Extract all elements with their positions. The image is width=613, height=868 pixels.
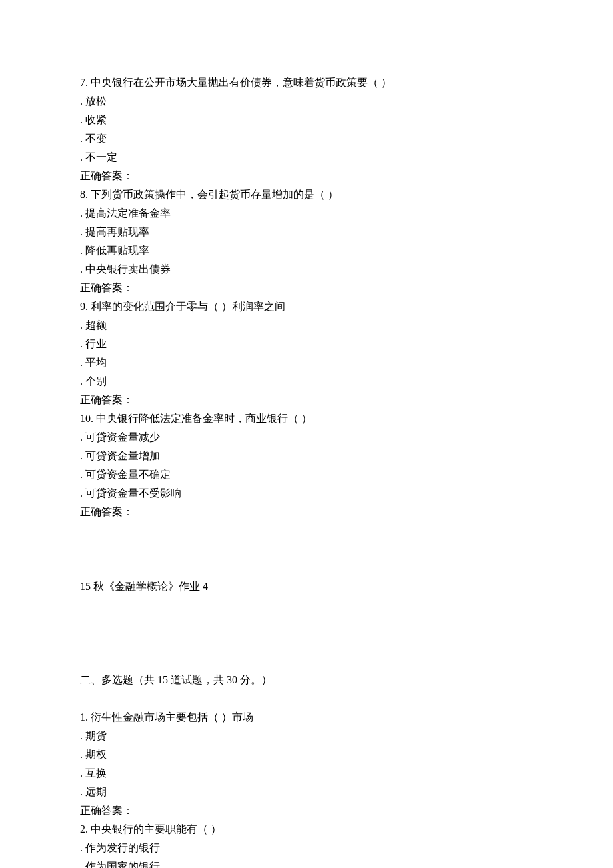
question-option: . 放松 — [80, 92, 533, 111]
answer-label: 正确答案： — [80, 279, 533, 297]
question-option: . 行业 — [80, 335, 533, 353]
question-option: . 提高法定准备金率 — [80, 204, 533, 223]
option-text: 个别 — [85, 375, 107, 387]
option-text: 期货 — [85, 730, 107, 741]
option-text: 提高再贴现率 — [85, 226, 149, 237]
question-number: 1. — [80, 711, 88, 723]
question-block-p2-1: 1. 衍生性金融市场主要包括（ ）市场 . 期货 . 期权 . 互换 . 远期 … — [80, 708, 533, 820]
option-text: 降低再贴现率 — [85, 245, 149, 256]
question-option: . 可贷资金量不确定 — [80, 465, 533, 484]
question-number: 2. — [80, 823, 88, 835]
answer-label: 正确答案： — [80, 503, 533, 521]
option-text: 提高法定准备金率 — [85, 207, 171, 219]
question-stem: 9. 利率的变化范围介于零与（ ）利润率之间 — [80, 297, 533, 316]
question-number: 8. — [80, 189, 88, 200]
question-stem: 2. 中央银行的主要职能有（ ） — [80, 820, 533, 839]
option-text: 可贷资金量不受影响 — [85, 487, 181, 499]
question-stem: 7. 中央银行在公开市场大量抛出有价债券，意味着货币政策要（ ） — [80, 73, 533, 92]
option-text: 可贷资金量不确定 — [85, 469, 171, 480]
option-text: 期权 — [85, 749, 107, 760]
spacing — [80, 521, 533, 577]
option-text: 不变 — [85, 133, 107, 144]
question-block-p2-2: 2. 中央银行的主要职能有（ ） . 作为发行的银行 . 作为国家的银行 . 作… — [80, 820, 533, 868]
question-option: . 作为国家的银行 — [80, 857, 533, 868]
question-option: . 中央银行卖出债券 — [80, 260, 533, 279]
option-text: 不一定 — [85, 151, 117, 163]
option-text: 互换 — [85, 767, 107, 779]
question-number: 9. — [80, 301, 88, 312]
spacing — [80, 596, 533, 671]
answer-label: 正确答案： — [80, 167, 533, 185]
question-option: . 不一定 — [80, 148, 533, 167]
question-option: . 平均 — [80, 353, 533, 372]
option-text: 平均 — [85, 357, 107, 368]
option-text: 作为发行的银行 — [85, 842, 160, 853]
section-title: 15 秋《金融学概论》作业 4 — [80, 577, 533, 596]
question-option: . 可贷资金量增加 — [80, 447, 533, 465]
question-option: . 期权 — [80, 745, 533, 764]
question-stem: 1. 衍生性金融市场主要包括（ ）市场 — [80, 708, 533, 727]
question-text: 中央银行降低法定准备金率时，商业银行（ ） — [96, 413, 312, 424]
question-option: . 提高再贴现率 — [80, 223, 533, 241]
section-header: 二、多选题（共 15 道试题，共 30 分。） — [80, 671, 533, 689]
question-option: . 作为发行的银行 — [80, 839, 533, 857]
question-block-9: 9. 利率的变化范围介于零与（ ）利润率之间 . 超额 . 行业 . 平均 . … — [80, 297, 533, 409]
question-option: . 超额 — [80, 316, 533, 335]
option-text: 作为国家的银行 — [85, 861, 160, 868]
question-text: 中央银行的主要职能有（ ） — [91, 823, 221, 835]
question-text: 下列货币政策操作中，会引起货币存量增加的是（ ） — [91, 189, 338, 200]
question-block-7: 7. 中央银行在公开市场大量抛出有价债券，意味着货币政策要（ ） . 放松 . … — [80, 73, 533, 185]
option-text: 可贷资金量减少 — [85, 431, 160, 443]
option-text: 中央银行卖出债券 — [85, 263, 171, 275]
option-text: 收紧 — [85, 114, 107, 125]
question-text: 中央银行在公开市场大量抛出有价债券，意味着货币政策要（ ） — [91, 77, 392, 88]
question-block-8: 8. 下列货币政策操作中，会引起货币存量增加的是（ ） . 提高法定准备金率 .… — [80, 185, 533, 297]
option-text: 超额 — [85, 319, 107, 331]
question-stem: 8. 下列货币政策操作中，会引起货币存量增加的是（ ） — [80, 185, 533, 204]
answer-label: 正确答案： — [80, 391, 533, 409]
question-option: . 可贷资金量减少 — [80, 428, 533, 447]
question-option: . 互换 — [80, 764, 533, 783]
question-text: 利率的变化范围介于零与（ ）利润率之间 — [91, 301, 285, 312]
answer-label: 正确答案： — [80, 801, 533, 820]
question-text: 衍生性金融市场主要包括（ ）市场 — [91, 711, 253, 723]
option-text: 远期 — [85, 786, 107, 797]
option-text: 行业 — [85, 338, 107, 349]
question-option: . 可贷资金量不受影响 — [80, 484, 533, 503]
question-option: . 不变 — [80, 129, 533, 148]
question-option: . 降低再贴现率 — [80, 241, 533, 260]
question-option: . 收紧 — [80, 111, 533, 129]
question-option: . 个别 — [80, 372, 533, 391]
question-number: 10. — [80, 413, 93, 424]
spacing — [80, 689, 533, 708]
question-option: . 远期 — [80, 783, 533, 801]
question-block-10: 10. 中央银行降低法定准备金率时，商业银行（ ） . 可贷资金量减少 . 可贷… — [80, 409, 533, 521]
option-text: 可贷资金量增加 — [85, 450, 160, 461]
question-option: . 期货 — [80, 727, 533, 745]
question-stem: 10. 中央银行降低法定准备金率时，商业银行（ ） — [80, 409, 533, 428]
option-text: 放松 — [85, 95, 107, 107]
question-number: 7. — [80, 77, 88, 88]
